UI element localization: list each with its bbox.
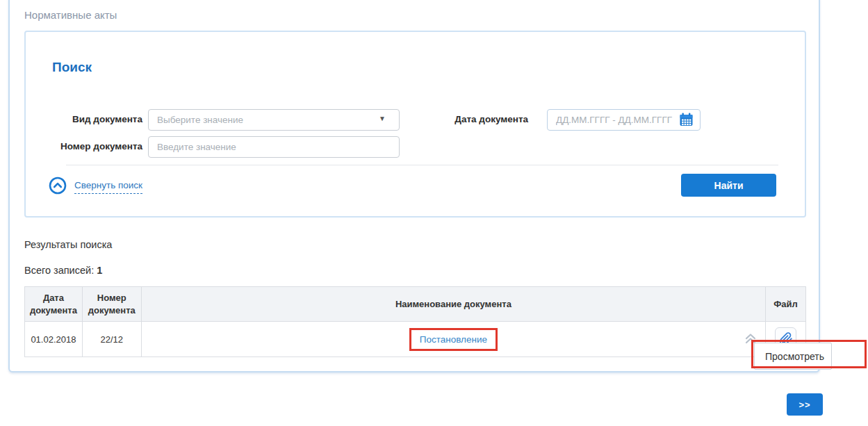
search-divider (66, 165, 778, 165)
calendar-icon[interactable] (679, 113, 694, 127)
document-link[interactable]: Постановление (420, 334, 487, 345)
cell-number: 22/12 (83, 322, 142, 357)
doc-number-input[interactable] (148, 136, 400, 158)
header-number: Номер документа (83, 287, 142, 321)
doc-type-label: Вид документа (42, 114, 142, 124)
header-date: Дата документа (25, 287, 83, 321)
header-file: Файл (766, 287, 805, 321)
collapse-search-link[interactable]: Свернуть поиск (49, 177, 142, 197)
cell-name: Постановление (142, 322, 766, 357)
total-records-label: Всего записей: (24, 265, 94, 276)
results-title: Результаты поиска (24, 239, 112, 250)
results-table: Дата документа Номер документа Наименова… (24, 286, 806, 357)
view-tooltip[interactable]: Просмотреть (754, 343, 832, 370)
total-records: Всего записей: 1 (24, 265, 102, 276)
doc-number-label: Номер документа (42, 141, 142, 151)
table-header-row: Дата документа Номер документа Наименова… (25, 287, 805, 321)
search-title: Поиск (52, 60, 92, 75)
page-title: Нормативные акты (24, 9, 117, 21)
total-records-value: 1 (97, 265, 102, 276)
circle-chevron-up-icon[interactable] (49, 177, 67, 197)
doc-date-label: Дата документа (445, 114, 528, 124)
page: Нормативные акты Поиск Вид документа ▼ Н… (0, 0, 868, 426)
collapse-search-label: Свернуть поиск (74, 180, 142, 194)
find-button[interactable]: Найти (681, 174, 776, 197)
header-name: Наименование документа (142, 287, 766, 321)
cell-date: 01.02.2018 (25, 322, 83, 357)
doc-date-input[interactable] (547, 109, 701, 131)
annotation-box-link: Постановление (409, 328, 498, 351)
doc-type-select[interactable] (148, 109, 400, 131)
next-page-button[interactable]: >> (787, 393, 823, 416)
table-row: 01.02.2018 22/12 Постановление (25, 321, 805, 357)
